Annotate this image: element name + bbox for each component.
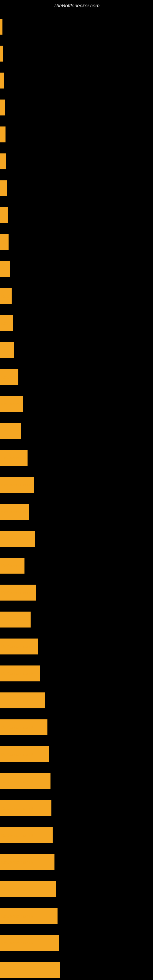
bar-row: Bottleneck resu [0, 498, 153, 525]
bar-label: Bottleneck result [1, 483, 33, 487]
bar-fill: Bottleneck result [0, 962, 60, 978]
bar-fill: Bot [0, 315, 13, 331]
bar-label: Bottleneck result [1, 860, 33, 865]
bars-container: FFBFFBBoBoBottBotBottBottlenecBottleneck… [0, 10, 153, 980]
bar-fill: Bottleneck result [0, 719, 48, 735]
bar-row: Bottleneck result [0, 525, 153, 552]
bar-fill: F [0, 73, 4, 89]
bar-label: F [1, 159, 4, 164]
bar-fill: Bottleneck result [0, 477, 33, 493]
bar-fill: Bottleneck result [0, 908, 57, 924]
bar-row: Bottleneck [0, 417, 153, 444]
bar-label: Bottleneck result [1, 887, 33, 891]
bar-fill: Bottleneck result [0, 665, 40, 681]
bar-label: F [1, 186, 4, 191]
bar-row: Bottleneck result [0, 929, 153, 956]
bar-label: Bottleneck resu [1, 510, 29, 514]
bar-row: Bottleneck re [0, 552, 153, 579]
bar-label: Bottleneck resu [1, 617, 30, 622]
bar-fill: F [0, 100, 5, 115]
bar-row: Bott [0, 337, 153, 364]
bar-label: Bottleneck result [1, 779, 33, 784]
bar-row: Bottleneck result [0, 822, 153, 849]
bar-label: Bottleneck result [1, 590, 33, 595]
bar-row: Bottleneck result [0, 849, 153, 875]
bar-fill: Bottleneck result [0, 746, 49, 762]
bar-fill: Bottleneck result [0, 638, 38, 654]
bar-fill: Bottleneck [0, 423, 21, 439]
bar-fill [0, 19, 2, 35]
bar-row: Bott [0, 283, 153, 310]
bar-row: F [0, 148, 153, 175]
bar-row: Bot [0, 310, 153, 337]
bar-label: B [1, 213, 4, 218]
bar-fill: F [0, 153, 6, 169]
bar-fill: B [0, 126, 5, 142]
bar-fill: Bott [0, 288, 12, 304]
bar-label: Bottleneck result [1, 644, 33, 649]
site-title: TheBottlenecker.com [0, 0, 153, 10]
bar-row: Bottleneck result [0, 687, 153, 714]
bar-label: Bott [1, 294, 9, 299]
bar-label: Bottleneck [1, 429, 21, 433]
bar-row: B [0, 202, 153, 229]
bar-fill: Bottlenec [0, 369, 18, 385]
bar-label: Bottleneck re [1, 563, 24, 568]
bar-label: Bottleneck result [1, 725, 33, 730]
bar-fill: Bottleneck resu [0, 504, 29, 520]
bar-row: Bottleneck resu [0, 606, 153, 633]
bar-fill: Bottleneck re [0, 558, 24, 574]
bar-row [0, 13, 153, 40]
bar-row: Bottleneck result [0, 660, 153, 687]
bar-fill: Bottleneck result [0, 773, 51, 789]
bar-label: Bottleneck result [1, 671, 33, 676]
bar-row: Bottleneck result [0, 741, 153, 768]
bar-label: Bottleneck result [1, 698, 33, 703]
bar-label: B [1, 132, 4, 137]
bar-label: Bottlenec [1, 375, 18, 379]
bar-row: B [0, 121, 153, 148]
bar-fill: Bottleneck result [0, 881, 56, 897]
bar-label: Bo [1, 267, 6, 272]
bar-row [0, 40, 153, 67]
bar-fill: Bottleneck result [0, 800, 51, 816]
bar-row: Bo [0, 256, 153, 283]
bar-label: Bottleneck re [1, 402, 23, 406]
bar-fill: Bottleneck result [0, 827, 53, 843]
bar-label: Bottleneck result [1, 914, 33, 918]
bar-label: Bottleneck result [1, 833, 33, 838]
bar-fill: Bott [0, 342, 14, 358]
bar-label: Bottleneck result [1, 536, 33, 541]
bar-fill: Bottleneck resu [0, 450, 27, 466]
bar-label: Bot [1, 321, 8, 326]
bar-label: Bottleneck result [1, 752, 33, 757]
bar-row: Bottleneck result [0, 714, 153, 741]
bar-row: Bottleneck re [0, 390, 153, 417]
bar-label: Bottleneck result [1, 968, 33, 972]
bar-row: Bottleneck result [0, 875, 153, 902]
bar-label: Bottleneck resu [1, 456, 27, 460]
bar-fill: Bottleneck result [0, 585, 36, 601]
bar-label: Bo [1, 240, 6, 245]
bar-row: Bottleneck resu [0, 444, 153, 471]
bar-row: Bottlenec [0, 364, 153, 390]
bar-fill: Bottleneck result [0, 935, 59, 951]
bar-fill: Bo [0, 234, 9, 250]
bar-label: F [1, 105, 4, 110]
bar-fill: Bottleneck resu [0, 612, 30, 627]
bar-fill: Bottleneck result [0, 692, 45, 708]
bar-row: F [0, 94, 153, 121]
bar-row: F [0, 175, 153, 202]
bar-row: Bottleneck result [0, 902, 153, 929]
bar-label: Bottleneck result [1, 941, 33, 945]
bar-fill: Bottleneck re [0, 396, 23, 412]
bar-row: Bottleneck result [0, 579, 153, 606]
bar-fill: Bo [0, 261, 10, 277]
bar-row: Bottleneck result [0, 768, 153, 795]
bar-label: Bott [1, 348, 9, 353]
bar-row: Bottleneck result [0, 956, 153, 980]
bar-label: Bottleneck result [1, 806, 33, 811]
bar-row: Bottleneck result [0, 471, 153, 498]
bar-fill: F [0, 180, 7, 196]
bar-row: F [0, 67, 153, 94]
